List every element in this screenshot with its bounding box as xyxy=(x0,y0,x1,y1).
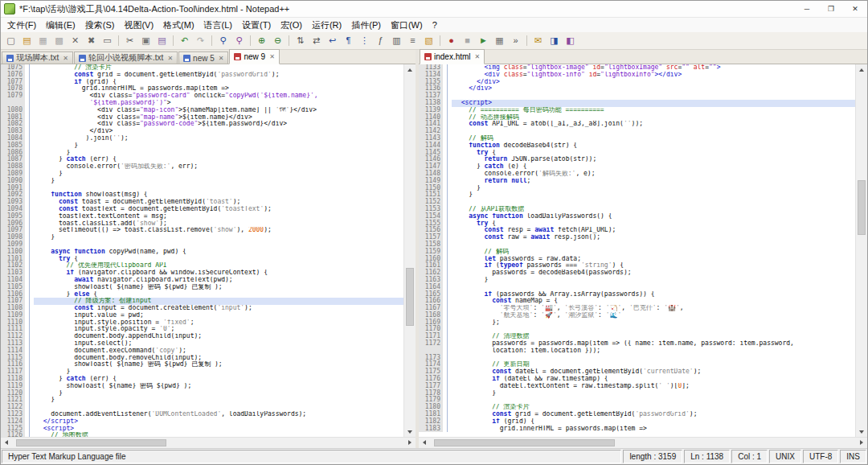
fold-margin[interactable] xyxy=(443,79,452,86)
fold-margin[interactable] xyxy=(443,163,452,171)
fold-margin[interactable] xyxy=(25,171,34,178)
scrollbar-thumb[interactable] xyxy=(434,439,615,446)
zoom-out-icon[interactable]: ⊖ xyxy=(270,33,285,48)
tab-close-icon[interactable]: ✕ xyxy=(475,53,481,60)
code-line[interactable]: 1078 grid.innerHTML = passwords.map(item… xyxy=(1,85,403,93)
fold-margin[interactable] xyxy=(25,150,34,157)
code-line[interactable]: 1123 document.addEventListener('DOMConte… xyxy=(1,411,403,418)
close-all-icon[interactable]: ✖ xyxy=(84,33,99,48)
fold-margin[interactable] xyxy=(25,72,34,79)
fold-margin[interactable] xyxy=(25,191,34,199)
code-line[interactable]: 1118 } catch (err) { xyxy=(1,376,403,383)
fold-margin[interactable] xyxy=(443,376,452,383)
code-line[interactable]: 1138 <script> xyxy=(419,100,855,107)
fold-margin[interactable] xyxy=(25,270,34,277)
code-line[interactable]: 1109 input.value = pwd; xyxy=(1,312,403,319)
code-line[interactable]: 1181 const grid = document.getElementByI… xyxy=(419,411,855,418)
code-line[interactable]: 1156 const resp = await fetch(API_URL); xyxy=(419,227,855,234)
indent-guide-icon[interactable]: ⋮ xyxy=(357,33,372,48)
fold-margin[interactable] xyxy=(25,262,34,270)
menu-item-window[interactable]: 窗口(W) xyxy=(386,18,428,33)
code-line[interactable]: 1089 } xyxy=(1,171,403,178)
right-vertical-scrollbar[interactable] xyxy=(855,64,867,437)
macro-record-icon[interactable]: ● xyxy=(444,33,459,48)
save-icon[interactable]: ▦ xyxy=(35,33,51,48)
code-line[interactable]: 1160 let passwords = raw.data; xyxy=(419,256,855,263)
fold-margin[interactable] xyxy=(443,150,452,157)
fold-margin[interactable] xyxy=(25,291,34,298)
code-line[interactable]: 1096 toast.classList.add('show'); xyxy=(1,220,403,228)
fold-margin[interactable] xyxy=(25,305,34,312)
code-line[interactable]: 1165 if (passwords && Array.isArray(pass… xyxy=(419,291,855,298)
scrollbar-thumb[interactable] xyxy=(16,439,166,446)
save-all-icon[interactable]: ▩ xyxy=(51,33,67,48)
scroll-down-arrow-icon[interactable] xyxy=(404,426,416,437)
fold-margin[interactable] xyxy=(25,298,34,305)
tab-new-9[interactable]: new 9✕ xyxy=(229,49,279,64)
fold-margin[interactable] xyxy=(25,142,34,150)
cut-icon[interactable]: ✂ xyxy=(122,33,137,48)
code-line[interactable]: 1179 xyxy=(419,397,855,404)
doc-map-icon[interactable]: ▥ xyxy=(389,33,404,48)
code-line[interactable]: 1076 const grid = document.getElementByI… xyxy=(1,72,403,79)
menu-item-macro[interactable]: 宏(O) xyxy=(276,18,307,33)
code-line[interactable]: 1142 xyxy=(419,128,855,135)
fold-margin[interactable] xyxy=(443,234,452,241)
fold-margin[interactable] xyxy=(443,418,452,426)
code-line[interactable]: 1177 dateEl.textContent = raw.timestamp.… xyxy=(419,383,855,390)
fold-margin[interactable] xyxy=(25,220,34,228)
scrollbar-thumb[interactable] xyxy=(858,180,866,235)
right-code-area[interactable]: 1133 <img class="lightbox-image" id="lig… xyxy=(419,64,855,437)
code-line[interactable]: 1116 showToast(`${name} 密码 ${pwd} 已复制`); xyxy=(1,361,403,368)
fold-margin[interactable] xyxy=(25,206,34,213)
menu-item-run[interactable]: 运行(R) xyxy=(307,18,346,33)
code-line[interactable]: 1084 `).join(''); xyxy=(1,135,403,142)
folder-workspace-icon[interactable]: ▧ xyxy=(421,33,436,48)
code-line[interactable]: 1172 passwords = passwords.map(item => (… xyxy=(419,340,855,348)
fold-margin[interactable] xyxy=(25,79,34,86)
code-line[interactable]: 1083 </div> xyxy=(1,128,403,135)
code-line[interactable]: 1133 <img class="lightbox-image" id="lig… xyxy=(419,64,855,72)
replace-icon[interactable]: ⚲ xyxy=(231,33,247,48)
code-line[interactable]: 1100 async function copyPwd(name, pwd) { xyxy=(1,249,403,256)
fold-margin[interactable] xyxy=(443,64,452,72)
code-line[interactable]: 1135 </div> xyxy=(419,79,855,86)
code-line[interactable]: 1088 console.error('密码加载失败:', err); xyxy=(1,163,403,171)
fold-margin[interactable] xyxy=(443,178,452,185)
fold-margin[interactable] xyxy=(443,171,452,178)
sync-horizontal-icon[interactable]: ⇄ xyxy=(309,33,324,48)
fold-margin[interactable] xyxy=(443,426,452,433)
code-line[interactable]: 1075 // 渲染卡片 xyxy=(1,64,403,72)
sync-vertical-icon[interactable]: ⇅ xyxy=(293,33,308,48)
fold-margin[interactable] xyxy=(443,213,452,220)
code-line[interactable]: 1183 grid.innerHTML = passwords.map(item… xyxy=(419,426,855,433)
fold-margin[interactable] xyxy=(443,249,452,256)
fold-margin[interactable] xyxy=(25,390,34,397)
code-line[interactable]: 1095 toastText.textContent = msg; xyxy=(1,213,403,220)
macro-play-icon[interactable]: ► xyxy=(476,33,491,48)
fold-margin[interactable] xyxy=(25,128,34,135)
fold-margin[interactable] xyxy=(443,220,452,228)
code-line[interactable]: 1159 // 解码 xyxy=(419,249,855,256)
code-line[interactable]: 1101 try { xyxy=(1,256,403,263)
fold-margin[interactable] xyxy=(443,348,452,355)
word-wrap-icon[interactable]: ↩ xyxy=(325,33,340,48)
fold-margin[interactable] xyxy=(443,156,452,163)
scroll-down-arrow-icon[interactable] xyxy=(856,426,867,437)
left-vertical-scrollbar[interactable] xyxy=(403,64,416,437)
menu-item-format[interactable]: 格式(M) xyxy=(158,18,199,33)
fold-margin[interactable] xyxy=(25,163,34,171)
code-line[interactable]: 1080 <div class="map-icon">${nameMap[ite… xyxy=(1,107,403,114)
code-line[interactable]: 1182 if (grid) { xyxy=(419,418,855,426)
fold-margin[interactable] xyxy=(443,355,452,362)
fold-margin[interactable] xyxy=(25,234,34,241)
code-line[interactable]: 1085 } xyxy=(1,142,403,150)
code-line[interactable]: 1154 async function loadDailyPasswords()… xyxy=(419,213,855,220)
fold-margin[interactable] xyxy=(25,135,34,142)
scrollbar-track[interactable] xyxy=(404,75,416,426)
fold-margin[interactable] xyxy=(25,178,34,185)
code-line[interactable]: 1176 if (dateEl && raw.timestamp) { xyxy=(419,376,855,383)
close-button[interactable]: ✕ xyxy=(843,1,867,17)
scrollbar-thumb[interactable] xyxy=(406,268,414,326)
code-line[interactable]: 1174 // 更新日期 xyxy=(419,361,855,368)
